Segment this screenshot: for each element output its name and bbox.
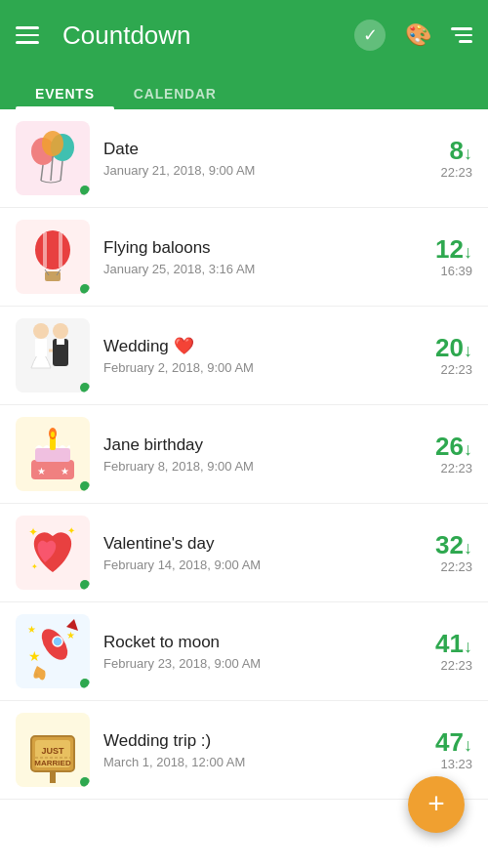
event-thumbnail: ★ ★ ✦ ★: [16, 614, 90, 688]
status-dot: [80, 481, 90, 491]
list-item[interactable]: ★ ★ ✦ ★ Rocket to moon February 23, 2018…: [0, 602, 488, 701]
event-info: Wedding ❤️ February 2, 2018, 9:00 AM: [103, 336, 404, 375]
event-thumbnail: JUST MARRIED: [16, 713, 90, 787]
status-dot: [80, 580, 90, 590]
svg-rect-39: [50, 771, 56, 783]
svg-text:JUST: JUST: [41, 746, 64, 756]
done-button[interactable]: ✓: [354, 20, 386, 51]
countdown-time: 22:23: [440, 658, 472, 673]
svg-text:★: ★: [66, 630, 75, 641]
svg-point-6: [35, 230, 70, 269]
svg-text:✦: ✦: [31, 562, 38, 571]
app-header: Countdown ✓ 🎨 EVENTS CALENDAR: [0, 0, 488, 109]
status-dot: [80, 679, 90, 688]
countdown-days: 12↓: [435, 236, 472, 262]
countdown-time: 13:23: [440, 757, 472, 771]
svg-point-33: [53, 637, 62, 646]
svg-text:★: ★: [37, 466, 46, 476]
svg-point-23: [51, 432, 55, 437]
event-name: Valentine's day: [103, 534, 404, 554]
svg-line-3: [61, 161, 62, 181]
add-event-button[interactable]: +: [408, 776, 465, 833]
down-arrow-icon: ↓: [464, 341, 472, 360]
heart-icon: ❤️: [174, 337, 194, 355]
status-dot: [80, 186, 90, 195]
event-date: March 1, 2018, 12:00 AM: [103, 755, 404, 769]
event-countdown: 8↓ 22:23: [404, 138, 472, 180]
svg-text:MARRIED: MARRIED: [34, 759, 71, 767]
svg-text:✦: ✦: [67, 525, 75, 536]
event-date: January 25, 2018, 3:16 AM: [103, 262, 404, 276]
list-item[interactable]: Wedding ❤️ February 2, 2018, 9:00 AM 20↓…: [0, 307, 488, 405]
event-thumbnail: ★ ★: [16, 417, 90, 491]
svg-point-4: [42, 131, 63, 156]
event-date: February 2, 2018, 9:00 AM: [103, 360, 404, 375]
countdown-days: 26↓: [435, 434, 472, 459]
event-info: Date January 21, 2018, 9:00 AM: [103, 140, 404, 178]
svg-text:★: ★: [28, 648, 41, 664]
status-dot: [80, 284, 90, 294]
event-name: Jane birthday: [103, 435, 404, 455]
down-arrow-icon: ↓: [464, 637, 472, 656]
event-info: Valentine's day February 14, 2018, 9:00 …: [103, 534, 404, 572]
menu-button[interactable]: [16, 26, 39, 44]
list-item[interactable]: ✦ ✦ ✦ Valentine's day February 14, 2018,…: [0, 504, 488, 602]
palette-button[interactable]: 🎨: [405, 22, 431, 48]
event-countdown: 32↓ 22:23: [404, 532, 472, 574]
event-date: January 21, 2018, 9:00 AM: [103, 163, 404, 178]
event-date: February 8, 2018, 9:00 AM: [103, 459, 404, 474]
svg-rect-15: [57, 339, 64, 345]
countdown-time: 16:39: [440, 264, 472, 278]
down-arrow-icon: ↓: [464, 735, 472, 755]
event-countdown: 47↓ 13:23: [404, 729, 472, 771]
countdown-time: 22:23: [440, 362, 472, 377]
status-dot: [80, 383, 90, 393]
event-date: February 23, 2018, 9:00 AM: [103, 656, 404, 671]
svg-point-16: [33, 323, 49, 339]
tab-events[interactable]: EVENTS: [16, 78, 114, 109]
check-icon: ✓: [363, 24, 378, 46]
event-name: Wedding ❤️: [103, 336, 404, 356]
event-name: Rocket to moon: [103, 633, 404, 652]
event-date: February 14, 2018, 9:00 AM: [103, 558, 404, 572]
list-item[interactable]: Flying baloons January 25, 2018, 3:16 AM…: [0, 208, 488, 307]
countdown-days: 32↓: [435, 532, 472, 558]
countdown-days: 20↓: [435, 335, 472, 360]
countdown-time: 22:23: [440, 165, 472, 180]
down-arrow-icon: ↓: [464, 439, 472, 459]
status-dot: [80, 777, 90, 787]
event-thumbnail: [16, 121, 90, 195]
event-thumbnail: ✦ ✦ ✦: [16, 516, 90, 590]
event-list: Date January 21, 2018, 9:00 AM 8↓ 22:23: [0, 109, 488, 868]
event-name: Flying baloons: [103, 238, 404, 258]
event-countdown: 20↓ 22:23: [404, 335, 472, 377]
header-actions: ✓ 🎨: [354, 20, 472, 51]
event-info: Wedding trip :) March 1, 2018, 12:00 AM: [103, 731, 404, 769]
countdown-days: 41↓: [435, 631, 472, 656]
sort-button[interactable]: [451, 27, 472, 43]
countdown-time: 22:23: [440, 559, 472, 574]
svg-rect-20: [35, 448, 70, 462]
event-thumbnail: [16, 318, 90, 393]
down-arrow-icon: ↓: [464, 538, 472, 558]
tab-bar: EVENTS CALENDAR: [16, 70, 472, 109]
down-arrow-icon: ↓: [464, 144, 472, 163]
event-info: Jane birthday February 8, 2018, 9:00 AM: [103, 435, 404, 474]
event-info: Flying baloons January 25, 2018, 3:16 AM: [103, 238, 404, 276]
svg-text:★: ★: [61, 466, 69, 476]
svg-rect-17: [35, 339, 47, 356]
countdown-time: 22:23: [440, 461, 472, 475]
svg-point-13: [53, 323, 68, 339]
tab-calendar[interactable]: CALENDAR: [114, 78, 236, 109]
event-name: Wedding trip :): [103, 731, 404, 751]
list-item[interactable]: ★ ★ Jane birthday February 8, 2018, 9:00…: [0, 405, 488, 504]
list-item[interactable]: Date January 21, 2018, 9:00 AM 8↓ 22:23: [0, 109, 488, 208]
app-title: Countdown: [62, 21, 339, 51]
event-info: Rocket to moon February 23, 2018, 9:00 A…: [103, 633, 404, 671]
event-thumbnail: [16, 220, 90, 294]
countdown-days: 47↓: [435, 729, 472, 755]
svg-line-1: [41, 165, 43, 181]
event-countdown: 12↓ 16:39: [404, 236, 472, 278]
svg-text:✦: ✦: [28, 525, 38, 539]
down-arrow-icon: ↓: [464, 242, 472, 262]
